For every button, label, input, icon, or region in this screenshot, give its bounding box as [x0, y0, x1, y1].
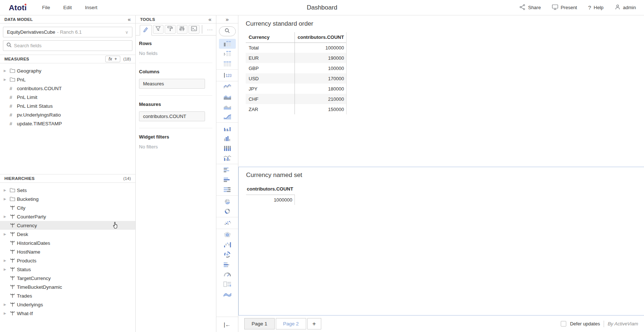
pivot-table-icon[interactable]	[219, 39, 236, 49]
expand-caret-icon[interactable]: ▶	[4, 69, 10, 73]
hierarchy-item-trades[interactable]: Trades	[0, 291, 135, 300]
expand-caret-icon[interactable]: ▶	[4, 197, 10, 201]
cell-label[interactable]: GBP	[246, 63, 294, 73]
line-area-chart-icon[interactable]	[219, 112, 236, 122]
pie-chart-icon[interactable]	[219, 196, 236, 206]
tree-table-icon[interactable]	[219, 49, 236, 59]
clustered-hbar-chart-icon[interactable]	[219, 165, 236, 175]
stream-chart-icon[interactable]	[219, 289, 236, 299]
hierarchy-item-city[interactable]: City	[0, 203, 135, 212]
hierarchy-item-bucketing[interactable]: ▶Bucketing	[0, 195, 135, 203]
present-button[interactable]: Present	[552, 4, 577, 11]
expand-caret-icon[interactable]: ▶	[4, 259, 10, 262]
expand-caret-icon[interactable]: ▶	[4, 311, 10, 315]
hierarchy-item-counterparty[interactable]: ▶CounterParty	[0, 212, 135, 221]
measure-item-update-timestamp[interactable]: #update.TIMESTAMP	[0, 119, 135, 128]
cell-value[interactable]: 150000	[294, 104, 346, 114]
tools-tab-edit[interactable]	[140, 25, 152, 36]
hbar-chart-icon[interactable]	[219, 175, 236, 185]
area-chart-icon[interactable]	[219, 102, 236, 112]
scatter-plot-icon[interactable]	[219, 218, 236, 228]
search-input[interactable]	[14, 43, 129, 48]
expand-right-icon[interactable]: »	[226, 16, 228, 22]
expand-caret-icon[interactable]: ▶	[4, 303, 10, 306]
pivot-table[interactable]: Currency contributors.COUNT Total1000000…	[246, 32, 347, 114]
radar-chart-icon[interactable]	[219, 230, 236, 240]
gantt-chart-icon[interactable]	[219, 259, 236, 269]
admin-button[interactable]: admin	[615, 4, 636, 11]
tools-tab-advanced[interactable]	[177, 25, 188, 34]
stacked-area-chart-icon[interactable]	[219, 92, 236, 102]
hierarchy-item-products[interactable]: ▶Products	[0, 256, 135, 265]
add-measure-button[interactable]: fx +	[105, 56, 120, 62]
waterfall-chart-icon[interactable]	[219, 240, 236, 250]
cell-label[interactable]: EUR	[246, 53, 294, 63]
expand-caret-icon[interactable]: ▶	[4, 188, 10, 192]
cell-value[interactable]: 1000000	[246, 195, 295, 205]
hierarchy-item-sets[interactable]: ▶Sets	[0, 186, 135, 195]
widget-currency-standard-order[interactable]: Currency standard order Currency contrib…	[238, 15, 644, 167]
expand-caret-icon[interactable]: ▶	[4, 268, 10, 271]
hierarchy-item-targetcurrency[interactable]: TargetCurrency	[0, 274, 135, 283]
cube-selector[interactable]: EquityDerivativesCube - Ranch 6.1 ∨	[3, 27, 132, 37]
gauge-chart-icon[interactable]	[219, 269, 236, 279]
expand-caret-icon[interactable]: ▶	[4, 232, 10, 236]
bar-chart-icon[interactable]	[219, 133, 236, 143]
table-row-gbp[interactable]: GBP100000	[246, 63, 346, 73]
tools-tab-query[interactable]	[189, 25, 200, 34]
line-chart-icon[interactable]	[219, 82, 236, 92]
measure-item-contributors-count[interactable]: #contributors.COUNT	[0, 84, 135, 93]
collapse-left-icon[interactable]: «	[128, 16, 131, 22]
menu-item-insert[interactable]: Insert	[85, 5, 98, 10]
field-chip-measures[interactable]: Measures	[139, 79, 205, 89]
field-search[interactable]	[3, 40, 132, 51]
column-header[interactable]: contributors.COUNT	[246, 186, 295, 195]
measure-item-pnl-limit[interactable]: #PnL Limit	[0, 93, 135, 102]
hierarchy-item-desk[interactable]: ▶Desk	[0, 230, 135, 239]
cell-label[interactable]: JPY	[246, 84, 294, 94]
table-row-usd[interactable]: USD170000	[246, 73, 346, 84]
menu-item-file[interactable]: File	[42, 5, 50, 10]
table-row-eur[interactable]: EUR190000	[246, 53, 346, 63]
hierarchy-item-what-if[interactable]: ▶What-If	[0, 309, 135, 318]
expand-caret-icon[interactable]: ▶	[4, 215, 10, 218]
cell-label[interactable]: Total	[246, 43, 294, 53]
expand-caret-icon[interactable]: ▶	[4, 78, 10, 81]
table-row-chf[interactable]: CHF210000	[246, 94, 346, 104]
add-page-button[interactable]: +	[307, 318, 321, 329]
collapse-left-icon[interactable]: «	[208, 16, 212, 22]
tools-tab-more[interactable]: ···	[205, 25, 215, 34]
hierarchy-item-timebucketdynamic[interactable]: TimeBucketDynamic	[0, 283, 135, 291]
widget-search-button[interactable]	[219, 26, 236, 36]
cell-value[interactable]: 190000	[294, 53, 346, 63]
sunburst-chart-icon[interactable]	[219, 250, 236, 259]
kpi-number-icon[interactable]: 123	[219, 70, 236, 80]
treemap-icon[interactable]	[219, 279, 236, 289]
measure-item-pnl-limit-status[interactable]: #PnL Limit Status	[0, 102, 135, 110]
page-tab-page-2[interactable]: Page 2	[276, 318, 306, 329]
measure-item-pv-underlyingsratio[interactable]: #pv.UnderlyingsRatio	[0, 110, 135, 119]
hierarchy-item-hostname[interactable]: HostName	[0, 247, 135, 256]
widget-currency-named-set[interactable]: Currency named set contributors.COUNT 10…	[238, 167, 644, 316]
cell-label[interactable]: CHF	[246, 94, 294, 104]
cell-value[interactable]: 170000	[294, 73, 346, 84]
hierarchy-item-currency[interactable]: Currency	[0, 221, 135, 230]
table-row-jpy[interactable]: JPY180000	[246, 84, 346, 94]
field-chip-contributors-count[interactable]: contributors.COUNT	[139, 111, 205, 121]
help-button[interactable]: ?Help	[588, 4, 603, 11]
cell-label[interactable]: ZAR	[246, 104, 294, 114]
stacked-bar-chart-icon[interactable]	[219, 143, 236, 153]
cell-label[interactable]: USD	[246, 73, 294, 84]
bar-line-combo-icon[interactable]	[219, 153, 236, 163]
page-tab-page-1[interactable]: Page 1	[244, 318, 275, 329]
cell-value[interactable]: 100000	[294, 63, 346, 73]
column-header[interactable]: Currency	[246, 32, 294, 43]
column-header[interactable]: contributors.COUNT	[294, 32, 346, 43]
defer-updates-checkbox[interactable]	[561, 321, 566, 327]
cell-value[interactable]: 1000000	[294, 43, 346, 53]
tools-tab-style[interactable]	[165, 25, 176, 34]
atoti-logo[interactable]: Atoti	[9, 3, 27, 12]
menu-item-edit[interactable]: Edit	[63, 5, 72, 10]
share-button[interactable]: Share	[519, 4, 541, 11]
stacked-hbar-chart-icon[interactable]	[219, 185, 236, 195]
